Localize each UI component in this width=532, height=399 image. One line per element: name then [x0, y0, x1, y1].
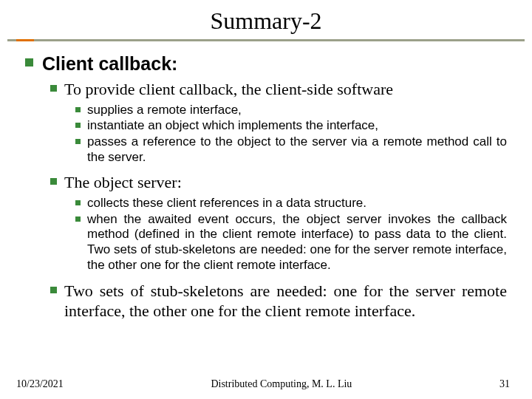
- divider: [7, 39, 525, 42]
- list-item-text: collects these client references in a da…: [87, 196, 507, 211]
- footer-date: 10/23/2021: [16, 378, 64, 390]
- square-bullet-icon: [75, 123, 81, 128]
- list-item: when the awaited event occurs, the objec…: [75, 212, 507, 273]
- square-bullet-icon: [50, 85, 57, 92]
- divider-accent: [16, 39, 34, 41]
- list-item: supplies a remote interface,: [75, 103, 507, 118]
- list-item-text: when the awaited event occurs, the objec…: [87, 212, 507, 273]
- list-item-text: To provide client callback, the client-s…: [64, 79, 507, 100]
- list-item: passes a reference to the object to the …: [75, 134, 507, 165]
- content: Client callback: To provide client callb…: [0, 52, 532, 321]
- footer-center: Distributed Computing, M. L. Liu: [211, 378, 352, 390]
- square-bullet-icon: [25, 58, 33, 66]
- list-item-text: supplies a remote interface,: [87, 103, 507, 118]
- list-item: collects these client references in a da…: [75, 196, 507, 211]
- list-item-text: Two sets of stub-skeletons are needed: o…: [64, 281, 507, 321]
- slide-title: Summary-2: [0, 0, 532, 39]
- heading-row: Client callback:: [25, 52, 507, 75]
- list-item: The object server:: [50, 172, 507, 193]
- list-item-text: passes a reference to the object to the …: [87, 134, 507, 165]
- list-item-text: instantiate an object which implements t…: [87, 118, 507, 134]
- footer: 10/23/2021 Distributed Computing, M. L. …: [0, 378, 532, 390]
- square-bullet-icon: [50, 178, 57, 185]
- square-bullet-icon: [75, 216, 81, 222]
- footer-page: 31: [499, 378, 510, 390]
- list-item: Two sets of stub-skeletons are needed: o…: [50, 281, 507, 321]
- divider-bar: [7, 39, 525, 41]
- square-bullet-icon: [75, 107, 81, 112]
- square-bullet-icon: [50, 287, 57, 293]
- list-item: To provide client callback, the client-s…: [50, 79, 507, 100]
- list-item-text: The object server:: [64, 172, 507, 193]
- square-bullet-icon: [75, 200, 81, 205]
- square-bullet-icon: [75, 139, 81, 144]
- slide: Summary-2 Client callback: To provide cl…: [0, 0, 532, 399]
- list-item: instantiate an object which implements t…: [75, 118, 507, 134]
- heading-text: Client callback:: [42, 52, 177, 75]
